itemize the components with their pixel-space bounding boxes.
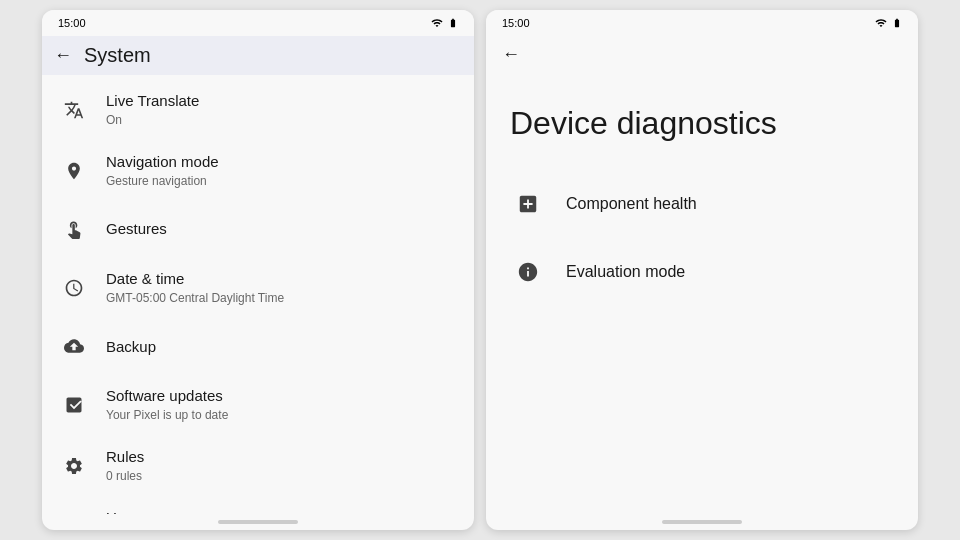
detail-item-component-health[interactable]: Component health <box>510 170 894 238</box>
rules-text: Rules 0 rules <box>106 447 144 484</box>
translate-icon <box>58 94 90 126</box>
right-status-time: 15:00 <box>502 17 530 29</box>
navigation-icon <box>58 155 90 187</box>
settings-item-users[interactable]: Users Signed in as Owner <box>42 496 474 514</box>
software-updates-title: Software updates <box>106 386 228 406</box>
right-back-button[interactable]: ← <box>502 44 520 65</box>
settings-item-gestures[interactable]: Gestures <box>42 201 474 257</box>
right-phone-frame: 15:00 ← Device diagnostics Component hea… <box>486 10 918 530</box>
rules-title: Rules <box>106 447 144 467</box>
live-translate-title: Live Translate <box>106 91 199 111</box>
wifi-icon <box>430 17 444 29</box>
settings-item-software-updates[interactable]: Software updates Your Pixel is up to dat… <box>42 374 474 435</box>
date-time-subtitle: GMT-05:00 Central Daylight Time <box>106 291 284 307</box>
detail-item-evaluation-mode[interactable]: Evaluation mode <box>510 238 894 306</box>
component-health-icon <box>510 186 546 222</box>
live-translate-subtitle: On <box>106 113 199 129</box>
gestures-text: Gestures <box>106 219 167 239</box>
settings-list: Live Translate On Navigation mode Gestur… <box>42 75 474 514</box>
left-scroll-indicator <box>218 520 298 524</box>
date-time-title: Date & time <box>106 269 284 289</box>
rules-icon <box>58 450 90 482</box>
settings-item-rules[interactable]: Rules 0 rules <box>42 435 474 496</box>
left-status-bar: 15:00 <box>42 10 474 36</box>
left-back-button[interactable]: ← <box>54 45 72 66</box>
settings-item-navigation-mode[interactable]: Navigation mode Gesture navigation <box>42 140 474 201</box>
right-status-bar: 15:00 <box>486 10 918 36</box>
gestures-icon <box>58 213 90 245</box>
clock-icon <box>58 272 90 304</box>
component-health-title: Component health <box>566 195 697 213</box>
detail-content: Device diagnostics Component health Eval… <box>486 73 918 514</box>
users-icon <box>58 511 90 514</box>
left-phone-frame: 15:00 ← System Live Translate On <box>42 10 474 530</box>
left-toolbar: ← System <box>42 36 474 75</box>
left-status-icons <box>430 16 458 30</box>
gestures-title: Gestures <box>106 219 167 239</box>
settings-item-live-translate[interactable]: Live Translate On <box>42 79 474 140</box>
date-time-text: Date & time GMT-05:00 Central Daylight T… <box>106 269 284 306</box>
right-scroll-indicator <box>662 520 742 524</box>
left-status-time: 15:00 <box>58 17 86 29</box>
users-title: Users <box>106 508 211 514</box>
updates-icon <box>58 389 90 421</box>
left-toolbar-title: System <box>84 44 151 67</box>
evaluation-mode-icon <box>510 254 546 290</box>
live-translate-text: Live Translate On <box>106 91 199 128</box>
users-text: Users Signed in as Owner <box>106 508 211 514</box>
settings-item-date-time[interactable]: Date & time GMT-05:00 Central Daylight T… <box>42 257 474 318</box>
rules-subtitle: 0 rules <box>106 469 144 485</box>
right-toolbar: ← <box>486 36 918 73</box>
detail-page-title: Device diagnostics <box>510 105 894 142</box>
navigation-mode-subtitle: Gesture navigation <box>106 174 219 190</box>
right-battery-icon <box>892 16 902 30</box>
battery-icon <box>448 16 458 30</box>
navigation-mode-title: Navigation mode <box>106 152 219 172</box>
backup-text: Backup <box>106 337 156 357</box>
software-updates-text: Software updates Your Pixel is up to dat… <box>106 386 228 423</box>
right-status-icons <box>874 16 902 30</box>
software-updates-subtitle: Your Pixel is up to date <box>106 408 228 424</box>
right-wifi-icon <box>874 17 888 29</box>
settings-item-backup[interactable]: Backup <box>42 318 474 374</box>
backup-icon <box>58 330 90 362</box>
evaluation-mode-title: Evaluation mode <box>566 263 685 281</box>
backup-title: Backup <box>106 337 156 357</box>
navigation-mode-text: Navigation mode Gesture navigation <box>106 152 219 189</box>
